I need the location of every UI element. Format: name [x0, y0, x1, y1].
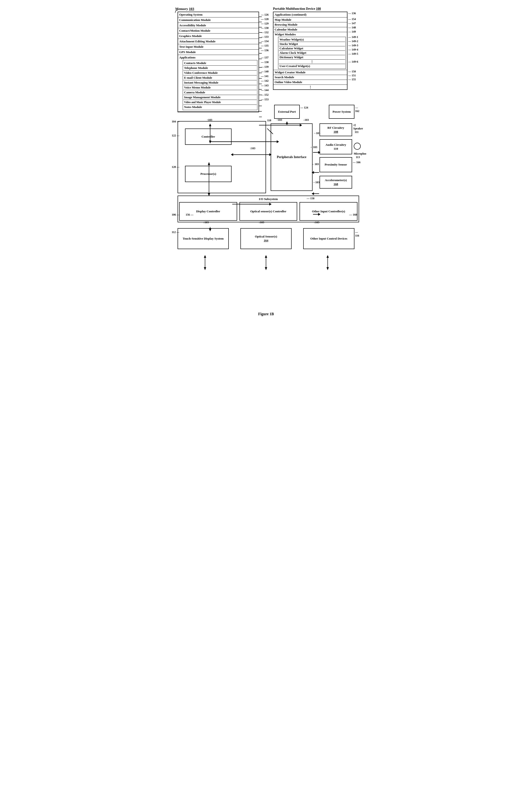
- apps-continued-box: Applications (continued) Map Module Brow…: [273, 12, 347, 90]
- widget-dots: ⋮: [279, 60, 345, 64]
- mem-row-1: Communication Module: [178, 17, 259, 23]
- optical-sensor-ctrl-box: Optical sensor(s) Controller: [240, 202, 298, 221]
- ref-103-disp: ↕103: [203, 221, 209, 224]
- other-input-ctrl-box: Other Input Controller(s): [300, 202, 358, 221]
- optical-sensors-label: Optical Sensor(s)164: [255, 235, 277, 243]
- ref-134: — 134: [261, 40, 269, 43]
- rf-circuitry-box: RF Circuitry108: [320, 124, 352, 136]
- ref-112: 112 —: [172, 230, 179, 234]
- svg-marker-53: [326, 267, 329, 270]
- controller-box: Controller: [185, 129, 231, 145]
- app-cont-dots: ⋮: [273, 85, 347, 89]
- widget-3: Alarm Clock Widget: [279, 51, 345, 55]
- processor-box: Processor(s): [185, 166, 231, 182]
- ref-156: 156 —: [186, 213, 193, 217]
- ref-149: — 149: [348, 30, 356, 34]
- io-inner: Display Controller Optical sensor(s) Con…: [179, 202, 358, 221]
- display-controller-box: Display Controller: [179, 202, 237, 221]
- diagram: Memory 103 Operating System Communicatio…: [171, 5, 361, 307]
- ref-129: — 129: [261, 22, 269, 25]
- external-port-label: External Port: [278, 110, 296, 114]
- mem-item-graphics: Graphics Module: [179, 34, 202, 38]
- ref-149-5: — 149-5: [348, 52, 358, 56]
- app-cont-2: Calendar Module: [273, 27, 347, 32]
- ref-103-mid: ↕103: [250, 147, 255, 150]
- peripherals-interface-label: Peripherals Interface: [277, 155, 306, 159]
- apps-cont-title: Applications (continued): [273, 12, 347, 17]
- app-row-6: Camera Module: [184, 90, 257, 95]
- memory-label: Memory 103: [175, 7, 194, 11]
- ref-155: — 155: [348, 78, 356, 81]
- ref-138: — 138: [261, 60, 269, 64]
- accelerometers-box: Accelerometer(s)168: [320, 176, 352, 189]
- app-row-7: Image Management Module: [184, 95, 257, 100]
- external-port-box: External Port: [274, 105, 300, 119]
- proximity-sensor-label: Proximity Sensor: [325, 163, 347, 167]
- ref-148: — 148: [348, 26, 356, 29]
- app-row-8: Video and Music Player Module: [184, 100, 257, 105]
- ref-124: — 124: [301, 106, 308, 109]
- mem-row-5: Attachment Editing Module: [178, 39, 259, 44]
- svg-marker-50: [265, 267, 267, 270]
- app-cont-11: Search Module: [273, 75, 347, 80]
- controller-label: Controller: [202, 135, 215, 139]
- touch-display-label: Touch-Sensitive Display System: [183, 237, 224, 241]
- ref-149-2: — 149-2: [348, 40, 358, 43]
- device-title: Portable Multifunction Device 100: [273, 7, 321, 11]
- mem-item-attach: Attachment Editing Module: [179, 40, 215, 43]
- mem-item-access: Accessibility Module: [179, 23, 206, 27]
- memory-ref: 103: [189, 7, 194, 11]
- mem-row-0: Operating System: [178, 12, 259, 17]
- widget-subbox: Weather Widget(s) Stocks Widget Calculat…: [278, 37, 346, 69]
- ref-150: — 150: [348, 70, 356, 73]
- app-row-5: Voice Memo Module: [184, 85, 257, 90]
- accel-label: Accelerometer(s)168: [325, 178, 347, 186]
- ref-166: — 166: [353, 161, 360, 164]
- ref-158: — 158: [307, 197, 315, 200]
- peripherals-interface-box: Peripherals Interface: [271, 124, 312, 191]
- widget-2: Calculator Widget: [279, 46, 345, 51]
- app-row-9: Notes Module: [184, 105, 257, 109]
- touch-display-box: Touch-Sensitive Display System: [177, 228, 229, 249]
- memory-box: Operating System Communication Module Ac…: [177, 12, 259, 112]
- widget-4: Dictionary Widget: [279, 55, 345, 60]
- ref-104: 104 —: [172, 120, 179, 124]
- ref-144: — 144: [261, 89, 269, 92]
- ref-106: 106 —: [172, 213, 179, 217]
- ref-103-oic: ↕103: [314, 221, 319, 224]
- processor-label: Processor(s): [201, 172, 216, 176]
- ref-136-mem: — 136: [261, 49, 269, 52]
- svg-marker-54: [326, 255, 329, 258]
- mem-item-apps: Applications: [179, 56, 195, 59]
- figure-caption: Figure 1B: [171, 312, 361, 316]
- mem-item-contact: Contact/Motion Module: [179, 29, 210, 33]
- ref-122: 122 —: [172, 134, 179, 137]
- ref-162: — 162: [355, 106, 361, 113]
- audio-label: Audio Circuitry110: [326, 143, 346, 151]
- app-cont-3: Widget Modules Weather Widget(s) Stocks …: [273, 32, 347, 70]
- ref-116: — 116: [355, 230, 361, 238]
- ref-130: — 130: [261, 26, 269, 30]
- rf-label: RF Circuitry108: [327, 126, 344, 134]
- app-cont-1: Browsing Module: [273, 22, 347, 27]
- mem-item-text: Text Input Module: [179, 45, 203, 49]
- ref-153: — 153: [261, 98, 269, 101]
- mem-row-3: Contact/Motion Module: [178, 28, 259, 34]
- io-subsystem-box: I/O Subsystem Display Controller Optical…: [177, 196, 359, 222]
- ref-103-rf: →103: [313, 132, 320, 135]
- ref-149-6: — 149-6: [348, 60, 358, 63]
- ref-143: — 143: [261, 84, 269, 87]
- mem-row-7: GPS Module: [178, 50, 259, 55]
- optical-sensors-box: Optical Sensor(s)164: [241, 228, 291, 249]
- ref-140: — 140: [261, 70, 269, 73]
- other-input-devices-box: Other Input Control Devices: [303, 228, 355, 249]
- app-cont-10: Widget Creator Module: [273, 70, 347, 75]
- app-cont-12: Online Video Module: [273, 80, 347, 85]
- mem-item-gps: GPS Module: [179, 50, 196, 54]
- ref-142: — 142: [261, 79, 269, 82]
- ref-126: — 126: [261, 13, 269, 17]
- ref-137: — 137: [261, 56, 269, 59]
- ref-103-top: ↑103: [207, 118, 212, 122]
- ref-103-accel: →103: [312, 181, 320, 184]
- ref-152: — 152: [261, 93, 269, 97]
